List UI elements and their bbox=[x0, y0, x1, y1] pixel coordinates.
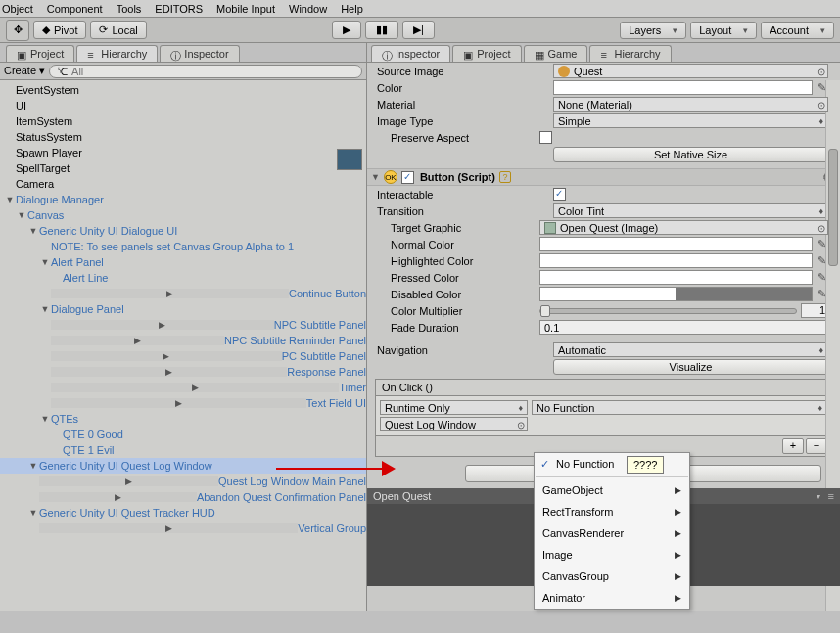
tab-inspector[interactable]: ⓘInspector bbox=[371, 45, 450, 62]
foldout-arrow-icon[interactable] bbox=[39, 523, 298, 533]
foldout-arrow-icon[interactable] bbox=[51, 320, 274, 330]
hierarchy-item[interactable]: SpellTarget bbox=[0, 160, 366, 176]
tab-hierarchy[interactable]: ≡Hierarchy bbox=[76, 45, 158, 62]
hierarchy-item[interactable]: Generic Unity UI Quest Tracker HUD bbox=[0, 505, 366, 520]
color-multiplier-value[interactable]: 1 bbox=[801, 303, 828, 318]
image-type-dropdown[interactable]: Simple♦ bbox=[553, 113, 828, 128]
hierarchy-item[interactable]: NOTE: To see panels set Canvas Group Alp… bbox=[0, 239, 366, 254]
hierarchy-item[interactable]: Dialogue Panel bbox=[0, 301, 366, 317]
hierarchy-search-input[interactable]: ᔍAll bbox=[49, 65, 362, 78]
pivot-button[interactable]: ◆Pivot bbox=[33, 21, 86, 39]
button-enabled-checkbox[interactable] bbox=[401, 171, 414, 184]
color-multiplier-slider[interactable] bbox=[539, 308, 797, 314]
transition-dropdown[interactable]: Color Tint♦ bbox=[553, 203, 828, 218]
hierarchy-tree[interactable]: EventSystemUIItemSystemStatusSystemSpawn… bbox=[0, 80, 366, 611]
create-dropdown[interactable]: Create ▾ bbox=[4, 65, 45, 77]
set-native-size-button[interactable]: Set Native Size bbox=[553, 147, 828, 162]
material-field[interactable]: None (Material)⊙ bbox=[553, 97, 828, 112]
help-icon[interactable]: ? bbox=[499, 171, 511, 183]
hierarchy-item[interactable]: Generic Unity UI Dialogue UI bbox=[0, 223, 366, 239]
pressed-color-field[interactable] bbox=[539, 270, 813, 285]
hierarchy-item[interactable]: Response Panel bbox=[0, 364, 366, 380]
play-button[interactable]: ▶ bbox=[332, 21, 361, 39]
hierarchy-item[interactable]: Camera bbox=[0, 176, 366, 192]
account-dropdown[interactable]: Account▾ bbox=[761, 22, 834, 39]
tab-inspector-left[interactable]: ⓘInspector bbox=[160, 45, 239, 62]
layers-dropdown[interactable]: Layers▾ bbox=[620, 22, 686, 39]
local-button[interactable]: ⟳Local bbox=[90, 21, 146, 39]
preview-dropdown-icon[interactable]: ▾ bbox=[817, 492, 820, 501]
foldout-arrow-icon[interactable] bbox=[39, 492, 197, 502]
hierarchy-item[interactable]: ItemSystem bbox=[0, 113, 366, 129]
remove-event-button[interactable]: − bbox=[806, 438, 827, 454]
hierarchy-item[interactable]: StatusSystem bbox=[0, 129, 366, 145]
source-image-field[interactable]: Quest⊙ bbox=[553, 64, 828, 78]
function-context-menu[interactable]: No Function GameObject▶ RectTransform▶ C… bbox=[534, 452, 690, 610]
tab-project-right[interactable]: ▣Project bbox=[452, 45, 521, 62]
preview-menu-icon[interactable]: ≡ bbox=[828, 490, 834, 502]
hierarchy-item[interactable]: NPC Subtitle Panel bbox=[0, 317, 366, 333]
ctx-canvasrenderer[interactable]: CanvasRenderer▶ bbox=[535, 522, 689, 544]
normal-color-field[interactable] bbox=[539, 237, 813, 251]
hierarchy-item[interactable]: Vertical Group bbox=[0, 520, 366, 536]
disabled-color-field[interactable] bbox=[539, 287, 813, 301]
target-graphic-field[interactable]: Open Quest (Image)⊙ bbox=[539, 220, 828, 235]
pause-button[interactable]: ▮▮ bbox=[365, 21, 398, 39]
ctx-animator[interactable]: Animator▶ bbox=[535, 587, 689, 609]
foldout-arrow-icon[interactable] bbox=[51, 336, 224, 345]
ctx-image[interactable]: Image▶ bbox=[535, 544, 689, 565]
hierarchy-item[interactable]: Alert Line bbox=[0, 270, 366, 286]
fade-duration-field[interactable]: 0.1 bbox=[539, 320, 828, 335]
ctx-canvasgroup[interactable]: CanvasGroup▶ bbox=[535, 565, 689, 587]
menu-tools[interactable]: Tools bbox=[117, 3, 142, 15]
hierarchy-item[interactable]: QTE 0 Good bbox=[0, 427, 366, 442]
function-dropdown[interactable]: No Function♦ bbox=[532, 400, 827, 415]
foldout-arrow-icon[interactable] bbox=[51, 351, 282, 361]
event-target-field[interactable]: Quest Log Window⊙ bbox=[380, 417, 528, 431]
ctx-no-function[interactable]: No Function bbox=[535, 453, 689, 475]
menu-window[interactable]: Window bbox=[289, 3, 327, 15]
hierarchy-item[interactable]: NPC Subtitle Reminder Panel bbox=[0, 333, 366, 348]
visualize-button[interactable]: Visualize bbox=[553, 359, 828, 375]
image-color-field[interactable] bbox=[553, 80, 813, 95]
foldout-arrow-icon[interactable] bbox=[39, 476, 218, 486]
foldout-arrow-icon[interactable] bbox=[39, 257, 51, 267]
hierarchy-item[interactable]: Quest Log Window Main Panel bbox=[0, 474, 366, 489]
hierarchy-item[interactable]: UI bbox=[0, 98, 366, 113]
layout-dropdown[interactable]: Layout▾ bbox=[690, 22, 757, 39]
foldout-arrow-icon[interactable] bbox=[27, 226, 39, 236]
hierarchy-item[interactable]: Abandon Quest Confirmation Panel bbox=[0, 489, 366, 505]
interactable-checkbox[interactable] bbox=[553, 188, 566, 201]
preserve-aspect-checkbox[interactable] bbox=[539, 131, 552, 144]
highlighted-color-field[interactable] bbox=[539, 253, 813, 268]
foldout-arrow-icon[interactable] bbox=[27, 508, 39, 518]
menu-help[interactable]: Help bbox=[341, 3, 363, 15]
hierarchy-item[interactable]: Timer bbox=[0, 380, 366, 395]
hand-tool-button[interactable]: ✥ bbox=[6, 20, 29, 41]
navigation-dropdown[interactable]: Automatic♦ bbox=[553, 342, 828, 357]
runtime-dropdown[interactable]: Runtime Only♦ bbox=[380, 400, 528, 415]
hierarchy-item[interactable]: QTEs bbox=[0, 411, 366, 427]
foldout-arrow-icon[interactable] bbox=[39, 304, 51, 314]
hierarchy-item[interactable]: Canvas bbox=[0, 207, 366, 223]
tab-game[interactable]: ▦Game bbox=[524, 45, 588, 62]
tab-hierarchy-right[interactable]: ≡Hierarchy bbox=[589, 45, 671, 62]
menu-object[interactable]: Object bbox=[2, 3, 33, 15]
hierarchy-item[interactable]: Generic Unity UI Quest Log Window bbox=[0, 458, 366, 474]
ctx-gameobject[interactable]: GameObject▶ bbox=[535, 479, 689, 501]
hierarchy-item[interactable]: QTE 1 Evil bbox=[0, 442, 366, 458]
button-component-header[interactable]: ▼OK Button (Script) ? ⚙ bbox=[367, 168, 840, 186]
hierarchy-item[interactable]: PC Subtitle Panel bbox=[0, 348, 366, 364]
hierarchy-item[interactable]: Text Field UI bbox=[0, 395, 366, 411]
hierarchy-item[interactable]: Continue Button bbox=[0, 286, 366, 301]
menu-bar[interactable]: Object Component Tools EDITORS Mobile In… bbox=[0, 0, 840, 18]
menu-component[interactable]: Component bbox=[47, 3, 103, 15]
foldout-arrow-icon[interactable] bbox=[51, 367, 287, 377]
foldout-arrow-icon[interactable] bbox=[51, 398, 306, 408]
foldout-arrow-icon[interactable] bbox=[39, 414, 51, 424]
menu-mobileinput[interactable]: Mobile Input bbox=[216, 3, 275, 15]
foldout-arrow-icon[interactable] bbox=[4, 195, 16, 204]
foldout-arrow-icon[interactable] bbox=[51, 383, 339, 392]
hierarchy-item[interactable]: Spawn Player bbox=[0, 145, 366, 160]
ctx-recttransform[interactable]: RectTransform▶ bbox=[535, 501, 689, 522]
